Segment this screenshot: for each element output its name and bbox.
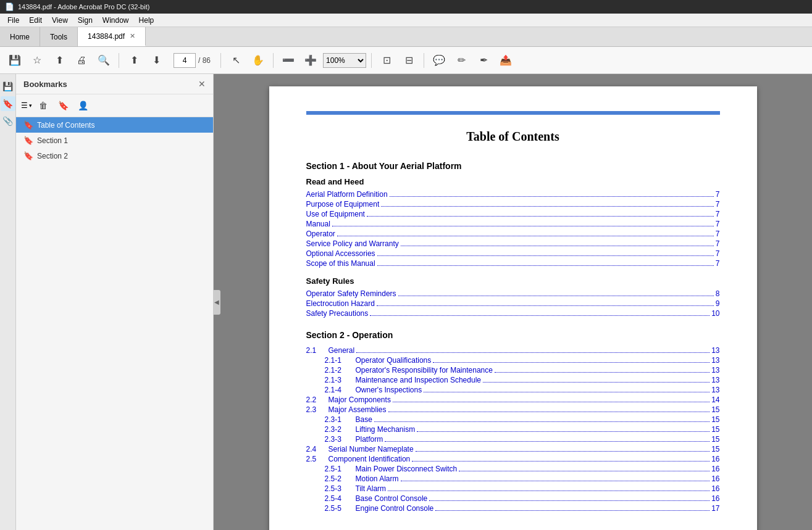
toc-entry-23[interactable]: 2.3 Major Assemblies 15	[306, 405, 720, 414]
page-number-input[interactable]	[174, 53, 196, 68]
zoom-out-button[interactable]: ➖	[278, 51, 298, 70]
menu-edit[interactable]: Edit	[24, 15, 47, 26]
menu-window[interactable]: Window	[98, 15, 134, 26]
toc-link-eh[interactable]: Electrocution Hazard	[306, 299, 375, 308]
toc-link-spw[interactable]: Service Policy and Warranty	[306, 239, 399, 248]
prev-page-button[interactable]: ⬆	[124, 51, 144, 70]
menu-view[interactable]: View	[47, 15, 73, 26]
toc-entry-251[interactable]: 2.5-1 Main Power Disconnect Switch 16	[306, 465, 720, 473]
toc-link-254[interactable]: Base Control Console	[356, 494, 428, 503]
hand-tool-button[interactable]: ✋	[248, 51, 268, 70]
save-button[interactable]: 💾	[5, 51, 25, 70]
bookmark-item-toc[interactable]: 🔖 Table of Contents	[16, 117, 213, 133]
toc-entry-252[interactable]: 2.5-2 Motion Alarm 16	[306, 474, 720, 483]
toc-link-232[interactable]: Lifting Mechanism	[356, 425, 416, 434]
toc-entry-254[interactable]: 2.5-4 Base Control Console 16	[306, 494, 720, 503]
sign-button[interactable]: ✒	[474, 51, 493, 70]
toc-link-poe[interactable]: Purpose of Equipment	[306, 200, 380, 209]
toc-entry-sp[interactable]: Safety Precautions 10	[306, 309, 720, 318]
rail-save-icon[interactable]: 💾	[1, 79, 15, 94]
bookmark-add-button[interactable]: ☆	[27, 51, 47, 70]
toc-entry-214[interactable]: 2.1-4 Owner's Inspections 13	[306, 386, 720, 394]
menu-sign[interactable]: Sign	[73, 15, 98, 26]
fit-page-button[interactable]: ⊡	[377, 51, 396, 70]
toc-link-21[interactable]: General	[329, 346, 355, 355]
toc-entry-som[interactable]: Scope of this Manual 7	[306, 259, 720, 268]
upload-button[interactable]: ⬆	[49, 51, 69, 70]
toc-entry-21[interactable]: 2.1 General 13	[306, 346, 720, 355]
rail-bookmark-icon[interactable]: 🔖	[1, 96, 15, 111]
toc-entry-apd[interactable]: Aerial Platform Definition 7	[306, 190, 720, 199]
toc-entry-255[interactable]: 2.5-5 Engine Control Console 17	[306, 504, 720, 513]
comment-button[interactable]: 💬	[429, 51, 449, 70]
toc-link-osr[interactable]: Operator Safety Reminders	[306, 289, 396, 298]
tab-document[interactable]: 143884.pdf ✕	[78, 27, 146, 46]
toc-entry-uoe[interactable]: Use of Equipment 7	[306, 210, 720, 218]
zoom-marquee-button[interactable]: 🔍	[94, 51, 114, 70]
toc-entry-eh[interactable]: Electrocution Hazard 9	[306, 299, 720, 308]
toc-link-233[interactable]: Platform	[356, 435, 383, 444]
toc-link-251[interactable]: Main Power Disconnect Switch	[356, 465, 458, 473]
delete-bookmark-button[interactable]: 🗑	[35, 97, 52, 114]
toc-entry-poe[interactable]: Purpose of Equipment 7	[306, 200, 720, 209]
tab-close-button[interactable]: ✕	[130, 32, 135, 40]
toolbar-separator-3	[273, 53, 274, 68]
pencil-button[interactable]: ✏	[451, 51, 471, 70]
toc-link-manual[interactable]: Manual	[306, 220, 330, 228]
expand-bookmarks-button[interactable]: 👤	[74, 97, 91, 114]
toc-link-231[interactable]: Base	[356, 415, 372, 424]
toc-entry-231[interactable]: 2.3-1 Base 15	[306, 415, 720, 424]
toc-link-som[interactable]: Scope of this Manual	[306, 259, 375, 268]
toc-entry-manual[interactable]: Manual 7	[306, 220, 720, 228]
fit-width-button[interactable]: ⊟	[399, 51, 419, 70]
toc-entry-22[interactable]: 2.2 Major Components 14	[306, 395, 720, 404]
tab-tools[interactable]: Tools	[40, 27, 78, 46]
toc-link-214[interactable]: Owner's Inspections	[356, 386, 422, 394]
toc-link-255[interactable]: Engine Control Console	[356, 504, 434, 513]
toc-link-24[interactable]: Serial Number Nameplate	[329, 445, 414, 453]
next-page-button[interactable]: ⬇	[146, 51, 166, 70]
toc-entry-25[interactable]: 2.5 Component Identification 16	[306, 455, 720, 463]
toc-link-sp[interactable]: Safety Precautions	[306, 309, 369, 318]
select-tool-button[interactable]: ↖	[226, 51, 246, 70]
toc-entry-211[interactable]: 2.1-1 Operator Qualifications 13	[306, 356, 720, 365]
toc-entry-233[interactable]: 2.3-3 Platform 15	[306, 435, 720, 444]
bookmark-item-section1[interactable]: 🔖 Section 1	[16, 133, 213, 148]
toc-link-252[interactable]: Motion Alarm	[356, 474, 399, 483]
toc-entry-24[interactable]: 2.4 Serial Number Nameplate 15	[306, 445, 720, 453]
toc-link-oa[interactable]: Optional Accessories	[306, 249, 375, 258]
toc-entry-213[interactable]: 2.1-3 Maintenance and Inspection Schedul…	[306, 376, 720, 384]
toc-link-22[interactable]: Major Components	[329, 395, 391, 404]
menu-help[interactable]: Help	[134, 15, 159, 26]
toc-entry-operator[interactable]: Operator 7	[306, 230, 720, 238]
toc-entry-spw[interactable]: Service Policy and Warranty 7	[306, 239, 720, 248]
toc-entry-osr[interactable]: Operator Safety Reminders 8	[306, 289, 720, 298]
sidebar-collapse-handle[interactable]: ◀	[213, 290, 220, 315]
toc-entry-253[interactable]: 2.5-3 Tilt Alarm 16	[306, 484, 720, 493]
rail-attach-icon[interactable]: 📎	[1, 114, 15, 128]
zoom-in-button[interactable]: ➕	[301, 51, 320, 70]
zoom-dropdown[interactable]: 100% 75% 125% 150%	[323, 53, 366, 68]
toc-link-253[interactable]: Tilt Alarm	[356, 484, 387, 493]
toc-link-212[interactable]: Operator's Responsibility for Maintenanc…	[356, 366, 493, 375]
pdf-area[interactable]: Table of Contents Section 1 - About Your…	[214, 74, 812, 530]
toc-link-213[interactable]: Maintenance and Inspection Schedule	[356, 376, 481, 384]
print-button[interactable]: 🖨	[72, 51, 91, 70]
toc-entry-oa[interactable]: Optional Accessories 7	[306, 249, 720, 258]
tab-home[interactable]: Home	[0, 27, 40, 46]
toc-link-23[interactable]: Major Assemblies	[329, 405, 387, 414]
toc-entry-232[interactable]: 2.3-2 Lifting Mechanism 15	[306, 425, 720, 434]
new-bookmark-button[interactable]: 🔖	[54, 97, 72, 114]
menu-file[interactable]: File	[2, 15, 24, 26]
toc-link-operator[interactable]: Operator	[306, 230, 335, 238]
toc-link-apd[interactable]: Aerial Platform Definition	[306, 190, 388, 199]
toc-link-211[interactable]: Operator Qualifications	[356, 356, 432, 365]
toc-link-uoe[interactable]: Use of Equipment	[306, 210, 365, 218]
toc-link-25[interactable]: Component Identification	[329, 455, 411, 463]
bookmark-s1-label: Section 1	[37, 136, 68, 145]
toc-entry-212[interactable]: 2.1-2 Operator's Responsibility for Main…	[306, 366, 720, 375]
sidebar-options-dropdown[interactable]: ☰ ▾	[21, 101, 32, 110]
share-button[interactable]: 📤	[496, 51, 516, 70]
sidebar-close-button[interactable]: ✕	[198, 79, 206, 89]
bookmark-item-section2[interactable]: 🔖 Section 2	[16, 148, 213, 164]
